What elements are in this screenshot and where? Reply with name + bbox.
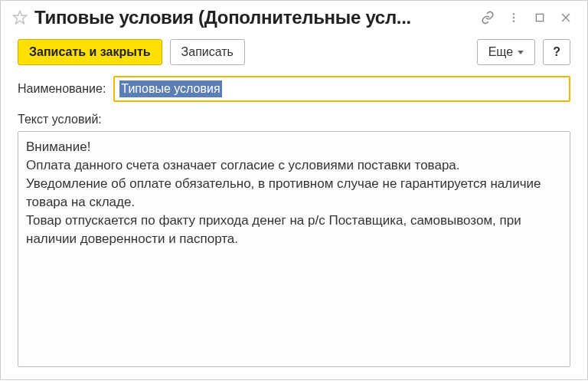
chevron-down-icon — [518, 51, 524, 54]
titlebar-actions — [480, 10, 577, 25]
conditions-text-label: Текст условий: — [18, 113, 570, 126]
svg-marker-0 — [13, 11, 26, 24]
svg-point-2 — [513, 17, 514, 18]
toolbar: Записать и закрыть Записать Еще ? — [1, 33, 587, 73]
name-row: Наименование: Типовые условия — [18, 76, 570, 102]
name-input-selection: Типовые условия — [119, 80, 221, 97]
maximize-icon[interactable] — [532, 10, 547, 25]
close-icon[interactable] — [558, 10, 573, 25]
more-button-label: Еще — [488, 44, 514, 60]
svg-rect-4 — [536, 14, 543, 21]
link-icon[interactable] — [480, 10, 495, 25]
help-button[interactable]: ? — [543, 39, 570, 65]
form-area: Наименование: Типовые условия Текст усло… — [1, 73, 587, 379]
kebab-menu-icon[interactable] — [506, 10, 521, 25]
name-input[interactable]: Типовые условия — [113, 76, 570, 102]
name-label: Наименование: — [18, 82, 106, 96]
dialog-window: Типовые условия (Дополнительные усл... — [0, 0, 588, 380]
save-and-close-button[interactable]: Записать и закрыть — [18, 39, 162, 65]
svg-point-1 — [513, 13, 514, 15]
window-title: Типовые условия (Дополнительные усл... — [34, 7, 474, 28]
more-button[interactable]: Еще — [477, 39, 536, 65]
conditions-text-area[interactable]: Внимание! Оплата данного счета означает … — [18, 131, 570, 367]
favorite-star-icon[interactable] — [11, 9, 28, 26]
titlebar: Типовые условия (Дополнительные усл... — [1, 1, 587, 33]
svg-point-3 — [513, 20, 514, 21]
save-button[interactable]: Записать — [170, 39, 245, 65]
